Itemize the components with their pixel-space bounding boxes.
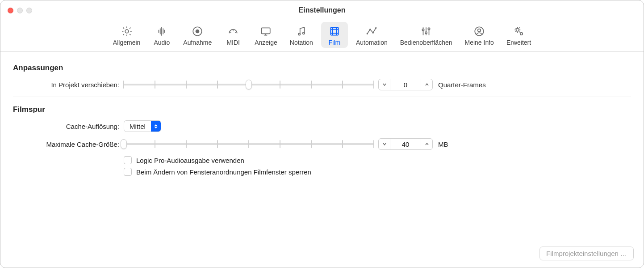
label-in-projekt: In Projekt verschieben: [13, 81, 124, 89]
svg-point-5 [235, 32, 236, 33]
user-icon [473, 25, 486, 38]
svg-point-3 [230, 32, 231, 33]
tab-label: Meine Info [465, 39, 494, 46]
film-icon [328, 25, 341, 38]
popup-cache-aufloesung[interactable]: Mittel [124, 120, 161, 132]
checkbox-label: Beim Ändern von Fensteranordnungen Filmf… [136, 168, 311, 176]
midi-icon [226, 25, 240, 38]
preferences-content: Anpassungen In Projekt verschieben: 0 Qu… [0, 52, 644, 268]
row-checkbox-audio: Logic Pro-Audioausgabe verwenden [13, 156, 631, 164]
tab-audio[interactable]: Audio [148, 22, 175, 48]
stepper-decrement-button[interactable] [379, 79, 390, 90]
tab-label: Aufnahme [183, 39, 212, 46]
film-project-settings-button[interactable]: Filmprojekteinstellungen … [539, 247, 634, 260]
popup-arrows-icon [151, 121, 161, 132]
minimize-window-button[interactable] [17, 8, 23, 13]
unit-in-projekt: Quarter-Frames [438, 81, 486, 89]
svg-point-19 [516, 29, 519, 32]
gear-icon [120, 25, 134, 38]
svg-point-10 [367, 33, 368, 34]
tab-allgemein[interactable]: Allgemein [109, 22, 145, 48]
unit-max-cache: MB [438, 140, 448, 148]
checkbox-use-logic-audio[interactable] [124, 156, 132, 164]
tab-erweitert[interactable]: Erweitert [502, 22, 535, 48]
zoom-window-button[interactable] [26, 8, 32, 13]
row-max-cache: Maximale Cache-Größe: 40 MB [13, 138, 631, 150]
svg-point-13 [375, 27, 376, 29]
tab-label: Film [329, 39, 340, 46]
svg-point-20 [520, 33, 522, 35]
stepper-increment-button[interactable] [421, 139, 432, 149]
svg-point-14 [422, 29, 424, 31]
section-filmspur-title: Filmspur [13, 105, 631, 114]
window-title: Einstellungen [0, 6, 644, 14]
divider [13, 97, 631, 97]
stepper-max-cache[interactable]: 40 [378, 138, 433, 150]
svg-point-8 [303, 32, 305, 34]
popup-value: Mittel [124, 123, 151, 130]
tab-label: MIDI [226, 39, 240, 46]
svg-point-0 [125, 30, 129, 33]
display-icon [259, 25, 272, 38]
svg-point-12 [372, 32, 374, 34]
tab-meine-info[interactable]: Meine Info [460, 22, 498, 48]
tab-label: Notation [290, 39, 313, 46]
stepper-value: 0 [390, 79, 421, 90]
row-in-projekt-verschieben: In Projekt verschieben: 0 Quarter-Frames [13, 79, 631, 90]
stepper-value: 40 [390, 139, 421, 149]
titlebar: Einstellungen [0, 0, 644, 20]
tab-film[interactable]: Film [321, 22, 348, 48]
svg-point-11 [369, 29, 371, 30]
tab-label: Audio [154, 39, 170, 46]
label-cache-aufloesung: Cache-Auflösung: [13, 123, 124, 130]
tab-label: Allgemein [113, 39, 140, 46]
row-cache-aufloesung: Cache-Auflösung: Mittel [13, 120, 631, 132]
section-anpassungen-title: Anpassungen [13, 64, 631, 72]
notes-icon [295, 25, 308, 38]
automation-icon [365, 25, 378, 38]
tab-label: Bedienoberflächen [400, 39, 452, 46]
label-max-cache: Maximale Cache-Größe: [13, 140, 124, 148]
stepper-in-projekt[interactable]: 0 [378, 79, 433, 90]
tab-label: Erweitert [506, 39, 531, 46]
tab-label: Automation [356, 39, 388, 46]
stepper-decrement-button[interactable] [379, 139, 390, 149]
close-window-button[interactable] [8, 8, 13, 13]
gears-icon [512, 25, 526, 38]
svg-point-15 [425, 32, 427, 34]
record-icon [191, 25, 204, 38]
tab-bedienoberflaechen[interactable]: Bedienoberflächen [396, 22, 457, 48]
preferences-window: Einstellungen Allgemein Audio Aufnahme [0, 0, 644, 268]
stepper-increment-button[interactable] [421, 79, 432, 90]
tab-midi[interactable]: MIDI [220, 22, 247, 48]
tab-aufnahme[interactable]: Aufnahme [179, 22, 216, 48]
svg-point-18 [478, 29, 481, 32]
checkbox-lock-movie-window[interactable] [124, 168, 132, 176]
tab-automation[interactable]: Automation [351, 22, 392, 48]
checkbox-label: Logic Pro-Audioausgabe verwenden [136, 157, 244, 164]
row-checkbox-lock: Beim Ändern von Fensteranordnungen Filmf… [13, 168, 631, 176]
svg-point-16 [428, 28, 430, 30]
svg-point-7 [298, 33, 300, 35]
waveform-icon [155, 25, 168, 38]
footer: Filmprojekteinstellungen … [539, 247, 634, 260]
tab-notation[interactable]: Notation [285, 22, 318, 48]
svg-point-4 [233, 30, 234, 31]
svg-rect-9 [330, 27, 338, 35]
sliders-icon [419, 25, 433, 38]
preferences-toolbar: Allgemein Audio Aufnahme MIDI Anzeige [0, 20, 644, 52]
window-controls [8, 8, 32, 13]
tab-label: Anzeige [255, 39, 277, 46]
svg-rect-6 [262, 28, 271, 34]
slider-max-cache[interactable] [124, 139, 374, 149]
tab-anzeige[interactable]: Anzeige [250, 22, 282, 48]
slider-in-projekt[interactable] [124, 80, 374, 89]
svg-point-2 [196, 30, 200, 34]
